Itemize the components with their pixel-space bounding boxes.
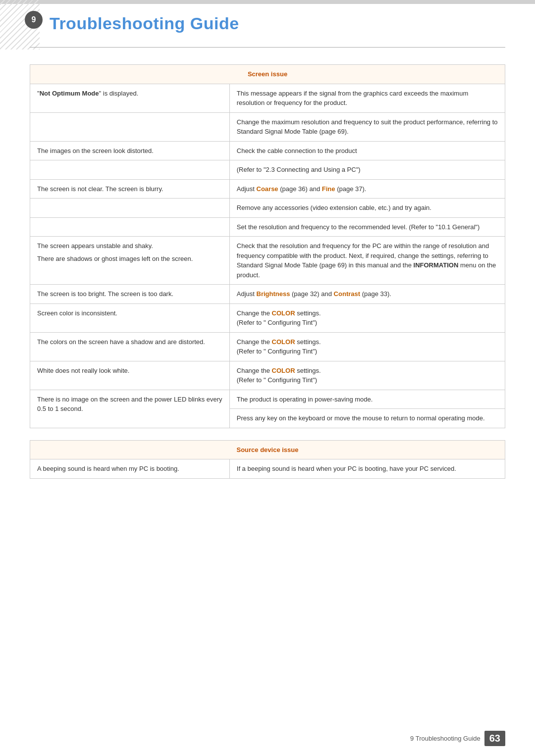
solution-text: Press any key on the keyboard or move th… (237, 414, 485, 422)
chapter-number: 9 (32, 15, 36, 24)
problem-cell: Screen color is inconsistent. (30, 303, 230, 332)
solution-text: Adjust Coarse (page 36) and Fine (page 3… (237, 185, 367, 193)
chapter-circle: 9 (25, 11, 43, 29)
problem-text: The screen is not clear. The screen is b… (37, 185, 163, 193)
bold-problem: Not Optimum Mode (40, 90, 99, 97)
solution-cell: If a beeping sound is heard when your PC… (229, 459, 505, 479)
solution-cell: Change the COLOR settings.(Refer to " Co… (229, 332, 505, 361)
solution-cell: Check the cable connection to the produc… (229, 141, 505, 160)
page-title: Troubleshooting Guide (50, 14, 239, 33)
problem-cell-empty (30, 160, 230, 180)
solution-cell: Press any key on the keyboard or move th… (229, 409, 505, 428)
problem-cell: White does not really look white. (30, 361, 230, 390)
page-container: 9 Troubleshooting Guide Screen issue "No… (0, 0, 535, 756)
solution-cell: (Refer to "2.3 Connecting and Using a PC… (229, 160, 505, 180)
page-number: 63 (484, 731, 505, 746)
solution-cell: Change the COLOR settings.(Refer to " Co… (229, 361, 505, 390)
solution-text: Set the resolution and frequency to the … (237, 223, 480, 231)
table-row: Remove any accessories (video extension … (30, 199, 505, 218)
solution-text: The product is operating in power-saving… (237, 396, 373, 403)
footer-chapter-text: 9 Troubleshooting Guide (410, 735, 481, 742)
problem-text: The colors on the screen have a shadow a… (37, 338, 205, 346)
solution-cell: Adjust Coarse (page 36) and Fine (page 3… (229, 179, 505, 199)
problem-cell-empty (30, 217, 230, 237)
screen-issue-table: Screen issue "Not Optimum Mode" is displ… (30, 64, 505, 428)
solution-text: Remove any accessories (video extension … (237, 204, 431, 211)
problem-cell: The screen is too bright. The screen is … (30, 285, 230, 304)
solution-cell: This message appears if the signal from … (229, 84, 505, 112)
solution-cell: Change the maximum resolution and freque… (229, 112, 505, 141)
problem-text: Screen color is inconsistent. (37, 309, 117, 317)
solution-text: If a beeping sound is heard when your PC… (237, 465, 456, 472)
table-row: The colors on the screen have a shadow a… (30, 332, 505, 361)
solution-text: Check that the resolution and frequency … (237, 242, 496, 279)
problem-cell: The screen appears unstable and shaky. T… (30, 237, 230, 285)
bold-fine: Fine (322, 185, 335, 193)
problem-text-2: There are shadows or ghost images left o… (37, 254, 222, 264)
problem-cell: The colors on the screen have a shadow a… (30, 332, 230, 361)
table-row: (Refer to "2.3 Connecting and Using a PC… (30, 160, 505, 180)
bold-color2: COLOR (272, 338, 295, 346)
bold-contrast: Contrast (334, 290, 360, 298)
problem-cell: A beeping sound is heard when my PC is b… (30, 459, 230, 479)
table-row: Set the resolution and frequency to the … (30, 217, 505, 237)
problem-text: The screen is too bright. The screen is … (37, 290, 173, 298)
problem-text: White does not really look white. (37, 367, 129, 374)
solution-text: Change the COLOR settings.(Refer to " Co… (237, 309, 321, 327)
screen-issue-header: Screen issue (30, 65, 505, 84)
problem-cell: "Not Optimum Mode" is displayed. (30, 84, 230, 112)
problem-text: A beeping sound is heard when my PC is b… (37, 465, 179, 472)
table-row: The screen is too bright. The screen is … (30, 285, 505, 304)
solution-cell: Set the resolution and frequency to the … (229, 217, 505, 237)
solution-cell: Change the COLOR settings.(Refer to " Co… (229, 303, 505, 332)
table-row: There is no image on the screen and the … (30, 390, 505, 409)
problem-text: The images on the screen look distorted. (37, 147, 154, 154)
table-row: Change the maximum resolution and freque… (30, 112, 505, 141)
solution-text: Change the COLOR settings.(Refer to " Co… (237, 367, 321, 384)
solution-text: Adjust Brightness (page 32) and Contrast… (237, 290, 391, 298)
table-row: A beeping sound is heard when my PC is b… (30, 459, 505, 479)
solution-text: This message appears if the signal from … (237, 90, 469, 107)
solution-text: (Refer to "2.3 Connecting and Using a PC… (237, 166, 361, 173)
solution-cell: Adjust Brightness (page 32) and Contrast… (229, 285, 505, 304)
table-row: The screen is not clear. The screen is b… (30, 179, 505, 199)
solution-cell: Remove any accessories (video extension … (229, 199, 505, 218)
problem-text: There is no image on the screen and the … (37, 396, 222, 413)
problem-text-1: The screen appears unstable and shaky. (37, 241, 222, 251)
table-row: White does not really look white. Change… (30, 361, 505, 390)
source-issue-table: Source device issue A beeping sound is h… (30, 440, 505, 479)
solution-text: Check the cable connection to the produc… (237, 147, 357, 154)
table-row: "Not Optimum Mode" is displayed. This me… (30, 84, 505, 112)
content-area: Screen issue "Not Optimum Mode" is displ… (30, 64, 505, 491)
bold-color1: COLOR (272, 309, 295, 317)
solution-text: Change the COLOR settings.(Refer to " Co… (237, 338, 321, 355)
problem-cell-empty (30, 112, 230, 141)
table-row: The images on the screen look distorted.… (30, 141, 505, 160)
table-row: Screen color is inconsistent. Change the… (30, 303, 505, 332)
bold-information: INFORMATION (414, 261, 459, 269)
table-row: The screen appears unstable and shaky. T… (30, 237, 505, 285)
bold-color3: COLOR (272, 367, 295, 374)
source-issue-header: Source device issue (30, 440, 505, 459)
header-line (30, 47, 505, 48)
problem-cell: The screen is not clear. The screen is b… (30, 179, 230, 199)
solution-text: Change the maximum resolution and freque… (237, 118, 498, 136)
problem-cell: There is no image on the screen and the … (30, 390, 230, 428)
solution-cell: Check that the resolution and frequency … (229, 237, 505, 285)
problem-cell-empty (30, 199, 230, 218)
problem-cell: The images on the screen look distorted. (30, 141, 230, 160)
top-bar (0, 0, 535, 4)
solution-cell: The product is operating in power-saving… (229, 390, 505, 409)
bold-coarse: Coarse (257, 185, 278, 193)
problem-text: "Not Optimum Mode" is displayed. (37, 90, 138, 97)
bold-brightness: Brightness (257, 290, 290, 298)
page-footer: 9 Troubleshooting Guide 63 (410, 731, 505, 746)
